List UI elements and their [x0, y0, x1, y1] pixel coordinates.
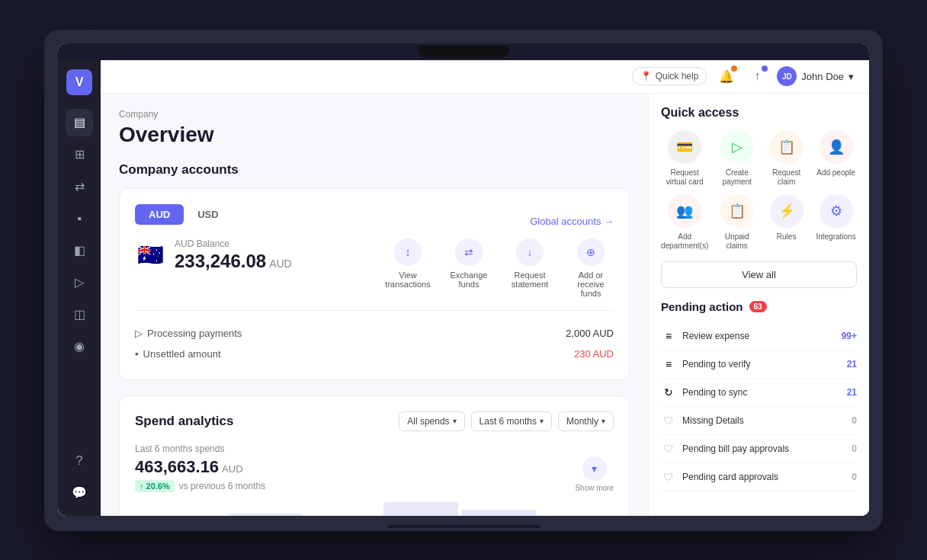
pending-item-missing-details[interactable]: 🛡 Missing Details 0 — [661, 407, 857, 435]
global-accounts-link[interactable]: Global accounts → — [530, 216, 614, 227]
bar-aug — [228, 514, 303, 516]
sidebar-help-icon[interactable]: ? — [66, 447, 93, 475]
unsettled-value: 230 AUD — [574, 348, 614, 360]
card-approvals-left: 🛡 Pending card approvals — [661, 469, 778, 485]
monthly-label: Monthly — [566, 416, 598, 427]
card-approvals-label: Pending card approvals — [682, 472, 778, 482]
quick-action-unpaid-claims[interactable]: 📋 Unpaid claims — [716, 194, 758, 251]
review-expense-count: 99+ — [842, 331, 857, 341]
pending-item-review-expense[interactable]: ≡ Review expense 99+ — [661, 322, 857, 350]
unsettled-amount-row: ▪ Unsettled amount 230 AUD — [135, 344, 614, 364]
create-payment-icon: ▷ — [720, 130, 754, 164]
balance-currency: AUD — [269, 258, 292, 270]
processing-icon: ▷ — [135, 328, 143, 339]
top-bar: 📍 Quick help 🔔 ↑ JD — [101, 60, 869, 94]
bill-pay-count: 0 — [852, 443, 857, 454]
pending-item-bill-pay[interactable]: 🛡 Pending bill pay approvals 0 — [661, 435, 857, 463]
aud-tab[interactable]: AUD — [135, 204, 184, 225]
balance-actions: ↕ View transactions ⇄ Exchange funds ↓ — [385, 238, 614, 298]
sidebar-item-cards[interactable]: ▪ — [66, 205, 93, 232]
sidebar-item-accounts[interactable]: ⊞ — [66, 141, 93, 168]
view-all-button[interactable]: View all — [661, 261, 857, 288]
add-receive-funds-label: Add or receive funds — [568, 270, 614, 298]
balance-left: 🇦🇺 AUD Balance 233,246.08 AUD — [135, 238, 292, 272]
pending-item-verify[interactable]: ≡ Pending to verify 21 — [661, 350, 857, 379]
request-card-label: Request virtual card — [661, 168, 708, 187]
unsettled-label: ▪ Unsettled amount — [135, 348, 221, 360]
sidebar-item-overview[interactable]: ▤ — [66, 109, 93, 136]
card-approvals-count: 0 — [852, 472, 857, 482]
growth-text: vs previous 6 months — [179, 481, 265, 491]
quick-help-button[interactable]: 📍 Quick help — [632, 67, 707, 85]
rules-label: Rules — [777, 232, 797, 242]
all-spends-filter[interactable]: All spends ▾ — [399, 411, 464, 431]
show-more-button[interactable]: ▾ — [582, 456, 607, 481]
sidebar-item-payments[interactable]: ▷ — [66, 269, 93, 296]
balance-row: 🇦🇺 AUD Balance 233,246.08 AUD — [135, 238, 614, 298]
processing-payments-value: 2,000 AUD — [566, 328, 614, 339]
processing-payments-row: ▷ Processing payments 2,000 AUD — [135, 323, 614, 344]
pending-sync-icon: ↻ — [661, 385, 676, 400]
request-statement-icon: ↓ — [516, 238, 544, 266]
request-claim-label: Request claim — [765, 168, 807, 187]
request-statement-action[interactable]: ↓ Request statement — [507, 238, 553, 298]
pending-item-card-approvals[interactable]: 🛡 Pending card approvals 0 — [661, 463, 857, 491]
user-menu[interactable]: JD John Doe ▾ — [777, 66, 854, 86]
quick-action-add-people[interactable]: 👤 Add people — [815, 130, 857, 187]
exchange-funds-label: Exchange funds — [446, 270, 492, 289]
balance-label: AUD Balance — [175, 238, 292, 249]
pending-verify-left: ≡ Pending to verify — [661, 357, 750, 372]
quick-action-request-card[interactable]: 💳 Request virtual card — [661, 130, 708, 187]
growth-badge: ↑ 20.6% — [135, 480, 175, 492]
notifications-button[interactable]: 🔔 — [716, 66, 737, 87]
pending-sync-label: Pending to sync — [682, 387, 747, 398]
filter-row: All spends ▾ Last 6 months ▾ Monthly — [399, 411, 614, 431]
analytics-amount: 463,663.16 — [135, 457, 219, 477]
analytics-header: Spend analytics All spends ▾ Last 6 mont… — [135, 411, 614, 431]
exchange-funds-action[interactable]: ⇄ Exchange funds — [446, 238, 492, 298]
location-icon: 📍 — [640, 71, 652, 82]
missing-details-count: 0 — [852, 415, 857, 426]
sidebar-item-transfers[interactable]: ⇄ — [66, 173, 93, 200]
sidebar-chat-icon[interactable]: 💬 — [66, 479, 93, 507]
breadcrumb: Company — [119, 109, 630, 120]
pending-count-badge: 63 — [749, 301, 767, 312]
usd-tab[interactable]: USD — [184, 204, 232, 225]
sidebar-item-settings[interactable]: ◉ — [66, 333, 93, 360]
all-spends-label: All spends — [407, 416, 449, 427]
pending-sync-left: ↻ Pending to sync — [661, 385, 747, 400]
view-transactions-icon: ↕ — [394, 238, 422, 266]
chart-bar-aug: Aug — [228, 514, 303, 516]
sidebar-item-reports[interactable]: ◫ — [66, 301, 93, 328]
chart-bar-oct: Oct — [383, 502, 458, 516]
account-details: ▷ Processing payments 2,000 AUD ▪ Unsett… — [135, 310, 614, 364]
analytics-title: Spend analytics — [135, 414, 233, 429]
main-content: 📍 Quick help 🔔 ↑ JD — [101, 60, 869, 516]
add-receive-funds-action[interactable]: ⊕ Add or receive funds — [568, 238, 614, 298]
sidebar: V ▤ ⊞ ⇄ ▪ ◧ ▷ ◫ ◉ ? 💬 — [58, 60, 101, 516]
chevron-icon: ▾ — [453, 417, 457, 425]
monthly-filter[interactable]: Monthly ▾ — [558, 411, 614, 431]
quick-action-request-claim[interactable]: 📋 Request claim — [765, 130, 807, 187]
quick-action-create-payment[interactable]: ▷ Create payment — [716, 130, 758, 187]
user-name-label: John Doe — [801, 71, 844, 82]
analytics-growth: ↑ 20.6% vs previous 6 months — [135, 480, 265, 492]
right-panel: Quick access 💳 Request virtual card ▷ Cr… — [648, 94, 869, 516]
show-more-label: Show more — [575, 484, 614, 492]
chart-bar-nov: Nov — [461, 510, 536, 516]
flag-icon: 🇦🇺 — [135, 240, 165, 270]
pending-sync-count: 21 — [847, 387, 857, 398]
quick-action-rules[interactable]: ⚡ Rules — [765, 194, 807, 251]
view-transactions-action[interactable]: ↕ View transactions — [385, 238, 431, 298]
pending-action-title: Pending action — [661, 300, 743, 313]
quick-action-integrations[interactable]: ⚙ Integrations — [815, 194, 857, 251]
upload-button[interactable]: ↑ — [746, 66, 768, 87]
sidebar-item-receipts[interactable]: ◧ — [66, 237, 93, 264]
avatar: JD — [777, 66, 797, 86]
pending-item-sync[interactable]: ↻ Pending to sync 21 — [661, 379, 857, 407]
date-range-filter[interactable]: Last 6 months ▾ — [471, 411, 552, 431]
processing-payments-label: ▷ Processing payments — [135, 328, 242, 339]
add-people-icon: 👤 — [820, 130, 853, 164]
currency-tabs-row: AUD USD Global accounts → — [135, 204, 614, 238]
quick-action-add-dept[interactable]: 👥 Add department(s) — [661, 194, 708, 251]
